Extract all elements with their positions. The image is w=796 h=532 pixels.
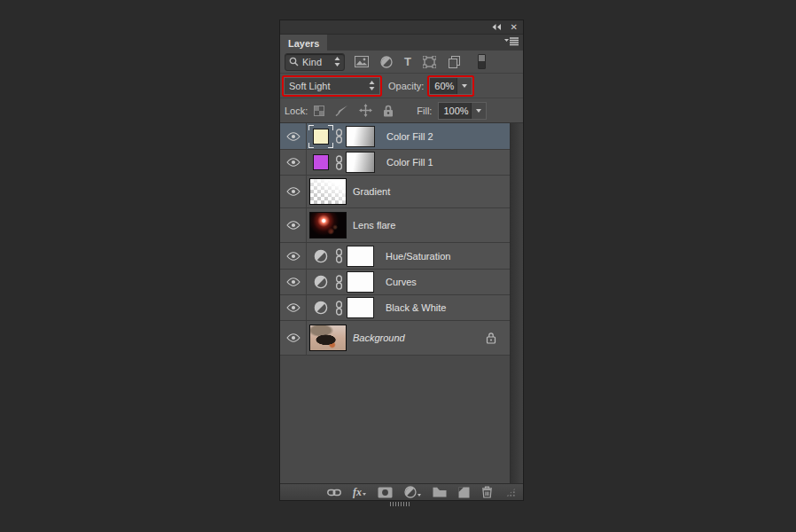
lock-transparency-icon[interactable]	[314, 106, 324, 116]
layer-list: Color Fill 2 Color Fill 1	[280, 123, 523, 483]
opacity-highlight: 60%	[429, 77, 472, 95]
background-lock-icon	[486, 332, 496, 344]
panel-drag-handle[interactable]	[390, 502, 411, 506]
opacity-value: 60%	[430, 78, 457, 94]
layer-name: Black & White	[386, 302, 446, 313]
layer-row-background[interactable]: Background	[280, 321, 511, 356]
adjustment-layer-icon[interactable]	[314, 301, 328, 315]
filter-type-icons: T	[355, 54, 486, 69]
adjustment-layer-icon[interactable]	[314, 275, 328, 289]
mask-link-icon[interactable]	[335, 248, 343, 263]
collapse-panel-icon[interactable]	[492, 24, 502, 30]
lock-all-icon[interactable]	[383, 105, 394, 117]
layer-row-black-white[interactable]: Black & White	[280, 295, 511, 321]
layer-row-hue-saturation[interactable]: Hue/Saturation	[280, 243, 511, 270]
pixel-layer-filter-icon[interactable]	[355, 56, 369, 67]
visibility-eye-icon[interactable]	[280, 176, 307, 207]
layer-name: Background	[353, 332, 405, 343]
opacity-dropdown-button[interactable]	[457, 78, 472, 94]
layer-row-curves[interactable]: Curves	[280, 270, 511, 295]
fill-label: Fill:	[417, 106, 432, 116]
fill-color-thumbnail[interactable]	[313, 154, 329, 170]
fx-label: fx	[353, 487, 362, 497]
blend-mode-dropdown[interactable]: Soft Light	[284, 77, 380, 95]
layer-row-color-fill-2[interactable]: Color Fill 2	[280, 123, 511, 150]
thumbnail-frame	[308, 151, 333, 174]
add-layer-mask-button[interactable]	[378, 487, 393, 498]
tab-layers-label: Layers	[288, 38, 319, 49]
new-group-folder-button[interactable]	[433, 487, 447, 497]
new-layer-button[interactable]	[458, 487, 470, 498]
fill-field[interactable]: 100%	[438, 102, 487, 120]
layer-mask-thumbnail[interactable]	[347, 246, 374, 267]
blend-mode-highlight: Soft Light	[284, 77, 380, 95]
mask-link-icon[interactable]	[335, 155, 343, 170]
lock-icons	[314, 104, 394, 117]
selection-brackets	[308, 125, 333, 148]
chevron-down-icon	[363, 493, 366, 496]
filtering-toggle[interactable]	[478, 54, 486, 69]
link-layers-button[interactable]	[327, 489, 341, 497]
fill-dropdown-button[interactable]	[471, 103, 486, 119]
layer-name: Lens flare	[353, 220, 395, 231]
layers-panel: ✕ Layers Kind	[279, 20, 524, 501]
filter-kind-label: Kind	[302, 57, 331, 67]
layer-name: Color Fill 1	[386, 157, 433, 168]
visibility-eye-icon[interactable]	[280, 123, 307, 149]
lock-bar: Lock: Fill: 100%	[280, 98, 523, 123]
mask-link-icon[interactable]	[335, 301, 343, 316]
visibility-eye-icon[interactable]	[280, 208, 307, 242]
layer-thumbnail[interactable]	[309, 325, 347, 351]
panel-menu-icon[interactable]	[504, 37, 519, 47]
layer-row-gradient[interactable]: Gradient	[280, 176, 511, 208]
mask-link-icon[interactable]	[335, 275, 343, 290]
layer-name: Gradient	[353, 186, 390, 197]
smart-object-filter-icon[interactable]	[448, 56, 461, 68]
visibility-eye-icon[interactable]	[280, 243, 307, 269]
layer-style-fx-button[interactable]: fx	[353, 487, 366, 497]
new-adjustment-layer-button[interactable]	[404, 486, 421, 498]
visibility-eye-icon[interactable]	[280, 150, 307, 175]
opacity-label: Opacity:	[388, 81, 424, 91]
shape-layer-filter-icon[interactable]	[423, 56, 436, 68]
adjustment-layer-filter-icon[interactable]	[380, 56, 393, 68]
spinner-arrows-icon	[334, 57, 340, 66]
layer-thumbnail[interactable]	[309, 178, 347, 205]
visibility-eye-icon[interactable]	[280, 270, 307, 294]
spinner-arrows-icon	[369, 81, 375, 90]
fill-value: 100%	[439, 103, 471, 119]
blend-mode-value: Soft Light	[289, 81, 369, 91]
opacity-field[interactable]: 60%	[429, 77, 472, 95]
filter-kind-dropdown[interactable]: Kind	[285, 53, 345, 71]
chevron-down-icon	[418, 494, 421, 497]
fill-color-thumbnail[interactable]	[313, 129, 329, 145]
layer-mask-thumbnail[interactable]	[346, 126, 375, 147]
layer-name: Curves	[386, 277, 417, 287]
layer-mask-thumbnail[interactable]	[347, 297, 374, 318]
lock-pixels-brush-icon[interactable]	[335, 105, 348, 116]
lock-position-move-icon[interactable]	[359, 104, 372, 117]
layer-name: Hue/Saturation	[386, 251, 450, 262]
tab-layers[interactable]: Layers	[280, 35, 327, 51]
adjustment-layer-icon[interactable]	[314, 249, 328, 263]
lock-label: Lock:	[285, 106, 308, 116]
layer-row-color-fill-1[interactable]: Color Fill 1	[280, 150, 511, 176]
search-icon	[289, 57, 299, 66]
layer-row-lens-flare[interactable]: Lens flare	[280, 208, 511, 243]
layer-mask-thumbnail[interactable]	[346, 152, 375, 173]
layers-panel-toolbar: fx	[280, 483, 523, 500]
close-icon[interactable]: ✕	[511, 23, 518, 32]
type-layer-filter-icon[interactable]: T	[404, 56, 411, 67]
layer-name: Color Fill 2	[386, 131, 433, 142]
filter-bar: Kind T	[280, 51, 523, 74]
layer-mask-thumbnail[interactable]	[347, 271, 374, 293]
visibility-eye-icon[interactable]	[280, 321, 307, 355]
layer-thumbnail[interactable]	[309, 212, 347, 239]
panel-titlebar: ✕	[280, 20, 523, 35]
delete-layer-trash-button[interactable]	[481, 486, 493, 498]
blend-options-bar: Soft Light Opacity: 60%	[280, 74, 523, 98]
visibility-eye-icon[interactable]	[280, 295, 307, 320]
panel-resize-grip[interactable]	[506, 488, 516, 497]
chevron-down-icon	[462, 84, 467, 88]
mask-link-icon[interactable]	[335, 129, 343, 144]
